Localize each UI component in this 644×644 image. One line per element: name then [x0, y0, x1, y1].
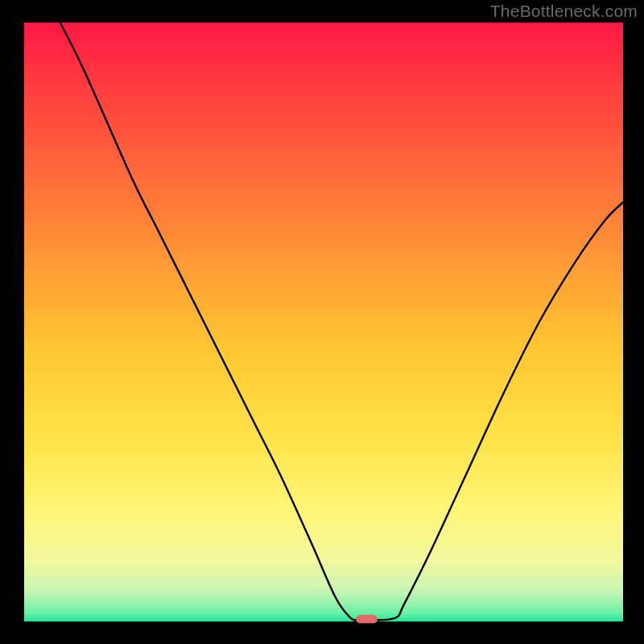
plot-background — [24, 23, 623, 621]
watermark-text: TheBottleneck.com — [490, 2, 638, 21]
optimal-marker — [356, 615, 378, 623]
bottleneck-chart — [0, 0, 644, 644]
chart-frame: TheBottleneck.com — [0, 0, 644, 644]
